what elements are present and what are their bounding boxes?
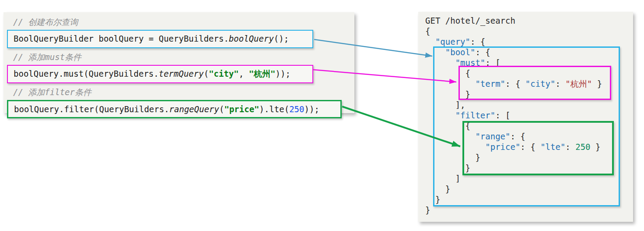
dsl-json-line: { bbox=[425, 26, 602, 36]
java-code-line-green: boolQuery.filter(QueryBuilders.rangeQuer… bbox=[7, 100, 342, 118]
dsl-code-segment: : { bbox=[470, 37, 485, 46]
java-code-segment: ).lte( bbox=[259, 104, 290, 114]
dsl-request-line: GET /hotel/_search bbox=[425, 15, 602, 26]
java-code-segment: boolQuery.filter(QueryBuilders. bbox=[14, 104, 169, 114]
java-code-segment: "city" bbox=[209, 69, 239, 78]
dsl-code-segment: } bbox=[425, 205, 430, 215]
java-code-segment: )); bbox=[304, 104, 319, 114]
java-comment-line: // 添加filter条件 bbox=[13, 87, 354, 97]
java-code-segment: termQuery bbox=[159, 69, 204, 78]
dsl-json-panel: GET /hotel/_search{ "query": { "bool": {… bbox=[418, 12, 633, 222]
java-code-segment: )); bbox=[276, 69, 290, 78]
java-code-segment: "price" bbox=[224, 104, 259, 114]
java-code-segment: ( bbox=[204, 69, 209, 78]
java-code-segment: , bbox=[239, 69, 249, 78]
java-code-segment: ( bbox=[219, 104, 224, 114]
java-code-segment: 250 bbox=[289, 104, 304, 114]
dsl-code-segment: GET /hotel/_search bbox=[425, 16, 515, 25]
java-comment-line: // 创建布尔查询 bbox=[13, 17, 354, 27]
java-code-segment: rangeQuery bbox=[169, 104, 219, 114]
dsl-json-line: "query": { bbox=[425, 36, 602, 47]
dsl-code-segment: "query" bbox=[435, 37, 470, 46]
java-code-segment: boolQuery.must(QueryBuilders. bbox=[14, 69, 159, 78]
dsl-code-segment bbox=[425, 37, 435, 46]
range-query-highlight-box bbox=[462, 121, 614, 175]
java-code-segment: BoolQueryBuilder boolQuery = QueryBuilde… bbox=[14, 34, 229, 43]
term-query-highlight-box bbox=[458, 66, 611, 100]
java-code-lines: // 创建布尔查询BoolQueryBuilder boolQuery = Qu… bbox=[4, 17, 354, 118]
java-code-segment: (); bbox=[274, 34, 289, 43]
java-code-line-magenta: boolQuery.must(QueryBuilders.termQuery("… bbox=[7, 65, 313, 83]
java-code-panel: // 创建布尔查询BoolQueryBuilder boolQuery = Qu… bbox=[4, 12, 354, 113]
code-to-dsl-diagram: // 创建布尔查询BoolQueryBuilder boolQuery = Qu… bbox=[0, 0, 644, 231]
java-comment-line: // 添加must条件 bbox=[13, 52, 354, 62]
dsl-code-segment: { bbox=[425, 26, 430, 36]
java-code-segment: "杭州" bbox=[249, 69, 276, 78]
java-code-line-blue: BoolQueryBuilder boolQuery = QueryBuilde… bbox=[7, 30, 313, 48]
java-code-segment: boolQuery bbox=[229, 34, 274, 43]
